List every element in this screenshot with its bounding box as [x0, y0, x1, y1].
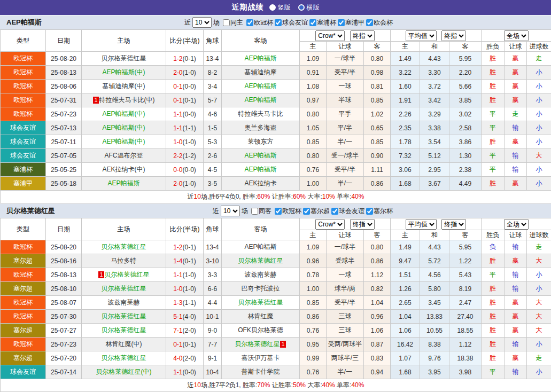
team-link[interactable]: 林肯红魔(中)	[106, 340, 142, 348]
team-link[interactable]: 贝尔格莱德红星	[102, 312, 146, 320]
team-link[interactable]: 基辅迪纳摩	[245, 68, 277, 76]
avg-time-select[interactable]: 终指	[441, 219, 466, 230]
same-venue-filter[interactable]: 同客	[250, 207, 271, 216]
home-team[interactable]: 贝尔格莱德红星	[82, 282, 166, 296]
period-select[interactable]: 全场	[504, 30, 529, 41]
away-team[interactable]: AEP帕福斯	[222, 240, 300, 254]
away-team[interactable]: AEP帕福斯	[222, 93, 300, 107]
home-team[interactable]: AEP帕福斯	[82, 177, 166, 191]
home-team[interactable]: 林肯红魔(中)	[82, 338, 166, 351]
team-link[interactable]: 嘉沃伊万基卡	[242, 354, 280, 362]
team-link[interactable]: AEP帕福斯	[244, 82, 276, 90]
team-link[interactable]: 贝尔格莱德红星	[235, 340, 280, 348]
team-link[interactable]: 奥兰多海盗	[245, 124, 277, 131]
team-link[interactable]: AEP帕福斯	[244, 152, 276, 159]
away-team[interactable]: 贝尔格莱德红星	[222, 254, 300, 268]
home-team[interactable]: AFC温布尔登	[82, 149, 166, 163]
team-link[interactable]: 林肯红魔	[248, 312, 274, 320]
team-link[interactable]: AEP帕福斯	[244, 54, 276, 62]
same-venue-filter[interactable]: 同主	[221, 18, 243, 27]
away-team[interactable]: 波兹南莱赫	[222, 268, 300, 282]
home-team[interactable]: AEP帕福斯(中)	[82, 135, 166, 149]
away-team[interactable]: 嘉沃伊万基卡	[222, 351, 300, 365]
league-checkbox[interactable]	[338, 19, 345, 26]
team-link[interactable]: AEP帕福斯(中)	[102, 68, 145, 76]
league-filter[interactable]: 球会友谊	[330, 207, 364, 216]
same-venue-checkbox[interactable]	[223, 19, 230, 26]
league-checkbox[interactable]	[331, 208, 338, 215]
home-team[interactable]: 贝尔格莱德红星	[82, 240, 166, 254]
team-link[interactable]: 普斯卡什学院	[242, 368, 280, 375]
away-team[interactable]: 基辅迪纳摩	[222, 66, 300, 80]
league-filter[interactable]: 塞尔杯	[364, 207, 393, 216]
home-team[interactable]: 贝尔格莱德红星	[82, 324, 166, 338]
home-team[interactable]: 1特拉维夫马卡比(中)	[82, 93, 166, 107]
team-link[interactable]: 贝尔格莱德红星	[102, 243, 146, 250]
avg-select[interactable]: 平均值	[406, 30, 437, 41]
home-team[interactable]: AEP帕福斯(中)	[82, 121, 166, 135]
team-link[interactable]: 贝尔格莱德红星	[238, 299, 283, 306]
home-team[interactable]: 基辅迪纳摩(中)	[82, 80, 166, 93]
team-link[interactable]: 特拉维夫马卡比	[238, 110, 283, 117]
vertical-layout-radio[interactable]: 竖版	[269, 3, 291, 12]
team-link[interactable]: 贝尔格莱德红星	[102, 54, 146, 62]
horizontal-layout-radio[interactable]: 横版	[298, 3, 320, 12]
away-team[interactable]: 莱顿东方	[222, 135, 300, 149]
away-team[interactable]: AEP帕福斯	[222, 80, 300, 93]
team-link[interactable]: AEK拉纳卡(中)	[102, 166, 145, 173]
team-link[interactable]: 特拉维夫马卡比(中)	[99, 96, 155, 104]
team-link[interactable]: 波兹南莱赫	[245, 271, 277, 278]
league-checkbox[interactable]	[366, 208, 373, 215]
away-team[interactable]: 奥兰多海盗	[222, 121, 300, 135]
team-link[interactable]: 巴奇卡托波拉	[242, 285, 280, 292]
team-link[interactable]: 贝尔格莱德红星(中)	[96, 368, 152, 375]
team-link[interactable]: OFK贝尔格莱德	[238, 326, 283, 334]
home-team[interactable]: 贝尔格莱德红星	[82, 351, 166, 365]
match-count-select[interactable]: 10	[221, 206, 240, 216]
home-team[interactable]: 1贝尔格莱德红星	[82, 268, 166, 282]
league-filter[interactable]: 塞尔超	[301, 207, 330, 216]
team-link[interactable]: 贝尔格莱德红星	[102, 354, 146, 362]
team-link[interactable]: AEK拉纳卡	[244, 179, 276, 187]
home-team[interactable]: 贝尔格莱德红星	[82, 52, 166, 66]
home-team[interactable]: AEP帕福斯(中)	[82, 107, 166, 121]
league-checkbox[interactable]	[275, 208, 282, 215]
team-link[interactable]: AEP帕福斯	[244, 166, 276, 173]
league-filter[interactable]: 欧冠杯	[245, 18, 273, 27]
avg-select[interactable]: 平均值	[406, 219, 437, 230]
league-checkbox[interactable]	[366, 19, 373, 26]
home-team[interactable]: AEK拉纳卡(中)	[82, 163, 166, 177]
league-filter[interactable]: 塞浦杯	[308, 18, 336, 27]
team-link[interactable]: AEP帕福斯(中)	[102, 124, 145, 131]
odds-time-select[interactable]: 终指	[350, 219, 375, 230]
team-link[interactable]: 贝尔格莱德红星	[105, 271, 150, 278]
radio-selected-icon[interactable]	[269, 4, 276, 11]
away-team[interactable]: 特拉维夫马卡比	[222, 107, 300, 121]
away-team[interactable]: OFK贝尔格莱德	[222, 324, 300, 338]
match-count-select[interactable]: 10	[192, 17, 212, 28]
away-team[interactable]: 贝尔格莱德红星	[222, 296, 300, 310]
league-checkbox[interactable]	[246, 19, 253, 26]
home-team[interactable]: 波兹南莱赫	[82, 296, 166, 310]
league-filter[interactable]: 欧冠杯	[273, 207, 301, 216]
away-team[interactable]: AEK拉纳卡	[222, 177, 300, 191]
bookmaker-select[interactable]: Crow*	[315, 219, 345, 230]
team-link[interactable]: 马拉多特	[111, 257, 137, 264]
away-team[interactable]: 普斯卡什学院	[222, 365, 300, 379]
team-link[interactable]: 波兹南莱赫	[108, 299, 140, 306]
team-link[interactable]: AEP帕福斯	[244, 96, 276, 104]
league-filter[interactable]: 欧会杯	[364, 18, 393, 27]
league-filter[interactable]: 球会友谊	[273, 18, 308, 27]
home-team[interactable]: AEP帕福斯(中)	[82, 66, 166, 80]
avg-time-select[interactable]: 终指	[441, 30, 466, 41]
team-link[interactable]: AEP帕福斯	[107, 179, 139, 187]
team-link[interactable]: 贝尔格莱德红星	[102, 326, 146, 334]
team-link[interactable]: AEP帕福斯(中)	[102, 110, 145, 117]
league-checkbox[interactable]	[275, 19, 282, 26]
radio-unselected-icon[interactable]	[298, 4, 305, 11]
league-filter[interactable]: 塞浦甲	[336, 18, 364, 27]
league-checkbox[interactable]	[303, 208, 310, 215]
team-link[interactable]: 莱顿东方	[248, 138, 274, 145]
home-team[interactable]: 贝尔格莱德红星(中)	[82, 365, 166, 379]
away-team[interactable]: 贝尔格莱德红星1	[222, 338, 300, 351]
